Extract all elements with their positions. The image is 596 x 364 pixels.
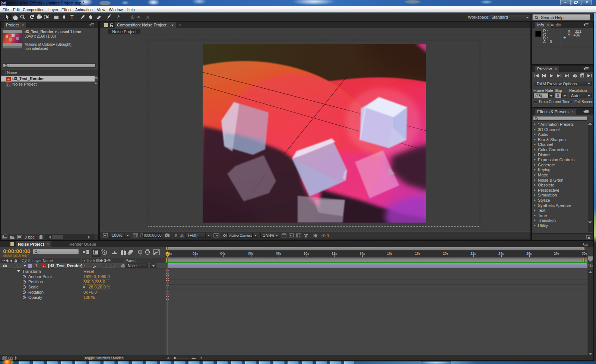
- svg-text:8 bpc: 8 bpc: [25, 235, 35, 239]
- svg-text:fx: fx: [93, 259, 95, 262]
- svg-text:-т-: -т-: [83, 259, 86, 262]
- svg-text:T: T: [70, 15, 74, 20]
- svg-text:+0.0: +0.0: [321, 233, 329, 238]
